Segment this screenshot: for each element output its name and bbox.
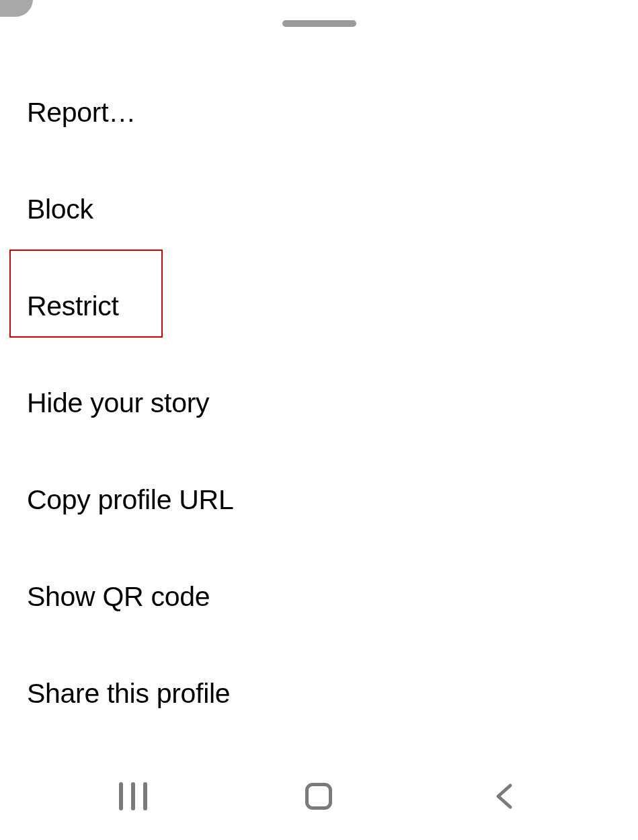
menu-item-label: Share this profile xyxy=(27,678,230,710)
top-left-corner-cut xyxy=(0,0,33,17)
menu-item-label: Block xyxy=(27,194,93,225)
action-menu-list: Report… Block Restrict Hide your story C… xyxy=(0,64,638,742)
menu-item-qr-code[interactable]: Show QR code xyxy=(27,548,638,645)
bottom-sheet-handle[interactable] xyxy=(282,20,356,27)
menu-item-report[interactable]: Report… xyxy=(27,64,638,161)
android-nav-bar xyxy=(0,753,638,840)
menu-item-label: Hide your story xyxy=(27,387,209,419)
menu-item-label: Restrict xyxy=(27,291,119,322)
menu-item-label: Report… xyxy=(27,97,136,128)
home-icon xyxy=(305,783,332,810)
menu-item-block[interactable]: Block xyxy=(27,161,638,258)
menu-item-label: Copy profile URL xyxy=(27,484,233,516)
menu-item-label: Show QR code xyxy=(27,581,210,613)
nav-recents-button[interactable] xyxy=(113,776,153,816)
nav-back-button[interactable] xyxy=(485,776,525,816)
nav-home-button[interactable] xyxy=(298,776,339,816)
back-icon xyxy=(491,783,518,810)
menu-item-hide-story[interactable]: Hide your story xyxy=(27,354,638,451)
menu-item-share-profile[interactable]: Share this profile xyxy=(27,645,638,742)
menu-item-restrict[interactable]: Restrict xyxy=(27,258,638,354)
menu-item-copy-url[interactable]: Copy profile URL xyxy=(27,451,638,548)
recents-icon xyxy=(119,782,147,810)
